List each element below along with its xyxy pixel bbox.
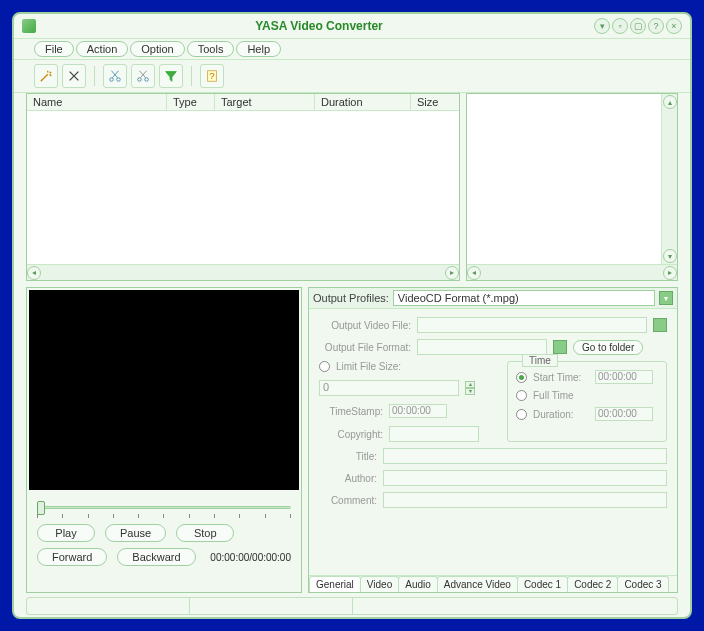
scroll-left-icon[interactable]: ◂ bbox=[467, 266, 481, 280]
menu-tools[interactable]: Tools bbox=[187, 41, 235, 57]
limit-file-size-label: Limit File Size: bbox=[336, 361, 401, 372]
output-video-file-input[interactable] bbox=[417, 317, 647, 333]
timestamp-label: TimeStamp: bbox=[319, 406, 383, 417]
duration-label: Duration: bbox=[533, 409, 589, 420]
scroll-left-icon[interactable]: ◂ bbox=[27, 266, 41, 280]
profile-dropdown-icon[interactable]: ▾ bbox=[659, 291, 673, 305]
output-video-file-label: Output Video File: bbox=[319, 320, 411, 331]
preview-canvas bbox=[467, 94, 661, 264]
file-list-hscroll[interactable]: ◂ ▸ bbox=[27, 264, 459, 280]
filter-icon[interactable] bbox=[159, 64, 183, 88]
menubar: File Action Option Tools Help bbox=[14, 38, 690, 60]
tab-codec3[interactable]: Codec 3 bbox=[617, 576, 668, 592]
col-target[interactable]: Target bbox=[215, 94, 315, 110]
player-panel: Play Pause Stop Forward Backward 00:00:0… bbox=[26, 287, 302, 593]
duration-radio[interactable] bbox=[516, 409, 527, 420]
titlebar: YASA Video Converter ▾ ▫ ▢ ? × bbox=[14, 14, 690, 38]
time-group: Time Start Time: 00:00:00 Full Time bbox=[507, 361, 667, 442]
statusbar bbox=[26, 597, 678, 615]
col-size[interactable]: Size bbox=[411, 94, 459, 110]
help-button[interactable]: ? bbox=[648, 18, 664, 34]
output-file-format-label: Output File Format: bbox=[319, 342, 411, 353]
start-time-radio[interactable] bbox=[516, 372, 527, 383]
app-icon bbox=[22, 19, 36, 33]
file-list-body[interactable] bbox=[27, 111, 459, 264]
maximize-button[interactable]: ▢ bbox=[630, 18, 646, 34]
svg-point-2 bbox=[138, 78, 142, 82]
stop-button[interactable]: Stop bbox=[176, 524, 234, 542]
time-legend: Time bbox=[522, 354, 558, 367]
wand-icon[interactable] bbox=[34, 64, 58, 88]
full-time-radio[interactable] bbox=[516, 390, 527, 401]
pause-button[interactable]: Pause bbox=[105, 524, 166, 542]
restore-button[interactable]: ▫ bbox=[612, 18, 628, 34]
close-button[interactable]: × bbox=[666, 18, 682, 34]
file-list: Name Type Target Duration Size ◂ ▸ bbox=[26, 93, 460, 281]
col-type[interactable]: Type bbox=[167, 94, 215, 110]
player-screen bbox=[29, 290, 299, 490]
help-icon[interactable]: ? bbox=[200, 64, 224, 88]
preview-vscroll[interactable]: ▴ ▾ bbox=[661, 94, 677, 264]
scroll-up-icon[interactable]: ▴ bbox=[663, 95, 677, 109]
comment-input[interactable] bbox=[383, 492, 667, 508]
col-duration[interactable]: Duration bbox=[315, 94, 411, 110]
title-label: Title: bbox=[319, 451, 377, 462]
tab-video[interactable]: Video bbox=[360, 576, 399, 592]
tab-audio[interactable]: Audio bbox=[398, 576, 438, 592]
minimize-button[interactable]: ▾ bbox=[594, 18, 610, 34]
start-time-input[interactable]: 00:00:00 bbox=[595, 370, 653, 384]
forward-button[interactable]: Forward bbox=[37, 548, 107, 566]
timecode-label: 00:00:00/00:00:00 bbox=[210, 552, 291, 563]
settings-tabs: Generial Video Audio Advance Video Codec… bbox=[309, 575, 677, 592]
output-profile-combo[interactable]: VideoCD Format (*.mpg) bbox=[393, 290, 655, 306]
title-input[interactable] bbox=[383, 448, 667, 464]
scroll-right-icon[interactable]: ▸ bbox=[445, 266, 459, 280]
main-window: YASA Video Converter ▾ ▫ ▢ ? × File Acti… bbox=[12, 12, 692, 619]
tab-codec1[interactable]: Codec 1 bbox=[517, 576, 568, 592]
tab-advance-video[interactable]: Advance Video bbox=[437, 576, 518, 592]
filesize-spinner[interactable]: ▴▾ bbox=[465, 381, 475, 395]
backward-button[interactable]: Backward bbox=[117, 548, 195, 566]
window-title: YASA Video Converter bbox=[44, 19, 594, 33]
scroll-down-icon[interactable]: ▾ bbox=[663, 249, 677, 263]
scroll-right-icon[interactable]: ▸ bbox=[663, 266, 677, 280]
cut-icon[interactable] bbox=[103, 64, 127, 88]
delete-icon[interactable] bbox=[62, 64, 86, 88]
duration-input[interactable]: 00:00:00 bbox=[595, 407, 653, 421]
preview-panel: ▴ ▾ ◂ ▸ bbox=[466, 93, 678, 281]
tab-codec2[interactable]: Codec 2 bbox=[567, 576, 618, 592]
limit-file-size-radio[interactable] bbox=[319, 361, 330, 372]
browse-video-file-icon[interactable] bbox=[653, 318, 667, 332]
svg-point-0 bbox=[110, 78, 114, 82]
svg-point-1 bbox=[117, 78, 121, 82]
preview-hscroll[interactable]: ◂ ▸ bbox=[467, 264, 677, 280]
seek-slider[interactable] bbox=[37, 500, 291, 518]
output-profiles-label: Output Profiles: bbox=[313, 292, 389, 304]
svg-point-3 bbox=[145, 78, 149, 82]
menu-file[interactable]: File bbox=[34, 41, 74, 57]
cut2-icon[interactable] bbox=[131, 64, 155, 88]
menu-help[interactable]: Help bbox=[236, 41, 281, 57]
toolbar: ? bbox=[14, 60, 690, 93]
copyright-input[interactable] bbox=[389, 426, 479, 442]
start-time-label: Start Time: bbox=[533, 372, 589, 383]
limit-file-size-input[interactable]: 0 bbox=[319, 380, 459, 396]
format-dropdown-icon[interactable] bbox=[553, 340, 567, 354]
timestamp-input[interactable]: 00:00:00 bbox=[389, 404, 447, 418]
full-time-label: Full Time bbox=[533, 390, 589, 401]
author-label: Author: bbox=[319, 473, 377, 484]
comment-label: Comment: bbox=[319, 495, 377, 506]
col-name[interactable]: Name bbox=[27, 94, 167, 110]
settings-panel: Output Profiles: VideoCD Format (*.mpg) … bbox=[308, 287, 678, 593]
tab-general[interactable]: Generial bbox=[309, 576, 361, 592]
go-to-folder-button[interactable]: Go to folder bbox=[573, 340, 643, 355]
output-file-format-input[interactable] bbox=[417, 339, 547, 355]
svg-text:?: ? bbox=[209, 70, 214, 81]
copyright-label: Copyright: bbox=[319, 429, 383, 440]
play-button[interactable]: Play bbox=[37, 524, 95, 542]
menu-action[interactable]: Action bbox=[76, 41, 129, 57]
author-input[interactable] bbox=[383, 470, 667, 486]
menu-option[interactable]: Option bbox=[130, 41, 184, 57]
